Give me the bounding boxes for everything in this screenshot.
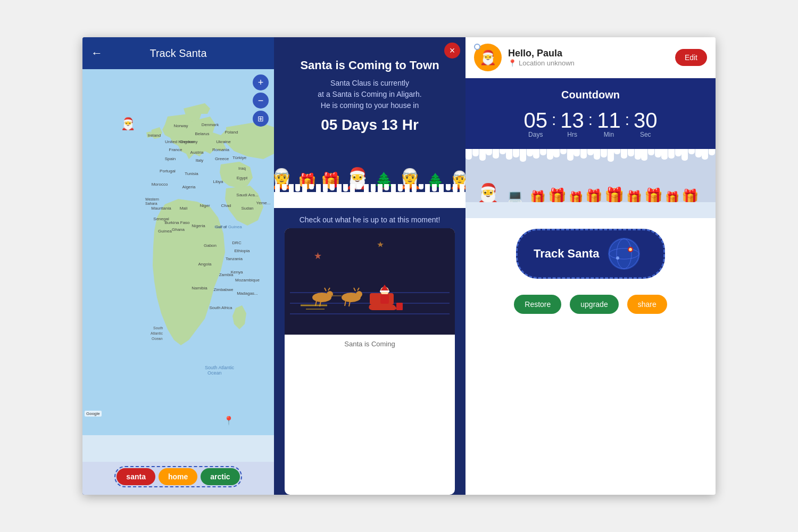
popup-title: Santa is Coming to Town (274, 37, 466, 78)
map-controls: + − ⊞ (253, 74, 269, 127)
nav-buttons-container: santa home arctic (114, 466, 242, 487)
svg-text:Chad: Chad (221, 203, 231, 208)
svg-text:Greece: Greece (215, 156, 229, 161)
svg-text:Sahara: Sahara (145, 202, 157, 205)
svg-text:South: South (153, 326, 163, 330)
sec-unit: 30 Sec (634, 110, 658, 138)
svg-text:South Africa: South Africa (209, 305, 232, 310)
svg-text:Norway: Norway (173, 123, 188, 128)
scene-snow (466, 202, 716, 218)
track-santa-label: Track Santa (534, 247, 600, 261)
svg-rect-60 (290, 303, 450, 304)
sec-value: 30 (634, 110, 658, 131)
svg-text:Burkina Faso: Burkina Faso (164, 220, 190, 225)
countdown-title: Countdown (476, 89, 705, 101)
svg-point-88 (616, 256, 619, 260)
track-santa-container: Track Santa (466, 218, 716, 289)
svg-rect-62 (396, 303, 403, 310)
map-snow-shelf (82, 435, 274, 462)
online-indicator (474, 44, 480, 50)
min-value: 11 (597, 110, 621, 131)
popup-subtitle: Santa Claus is currently at a Santa is C… (274, 78, 466, 111)
popup-panel: × Santa is Coming to Town Santa Claus is… (274, 37, 466, 495)
restore-button[interactable]: Restore (514, 295, 561, 314)
days-unit: 05 Days (523, 110, 547, 138)
zoom-out-button[interactable]: − (253, 93, 269, 109)
zoom-in-button[interactable]: + (253, 74, 269, 90)
hrs-unit: 13 Hrs (560, 110, 584, 138)
svg-text:Tanzania: Tanzania (226, 256, 243, 261)
svg-text:Gabon: Gabon (204, 243, 217, 248)
countdown-section: Countdown 05 Days : 13 Hrs : 11 Min : (466, 78, 716, 149)
svg-text:Denmark: Denmark (202, 122, 219, 127)
popup-activity-label: Check out what he is up to at this momen… (274, 208, 466, 228)
svg-text:Guinea: Guinea (158, 229, 172, 234)
svg-text:Austria: Austria (190, 150, 204, 155)
map-panel: ← Track Santa (82, 37, 274, 495)
track-santa-button[interactable]: Track Santa (516, 229, 665, 279)
svg-text:Iraq: Iraq (238, 166, 246, 171)
svg-text:Madagas...: Madagas... (237, 291, 258, 296)
profile-name: Hello, Paula (508, 48, 575, 59)
svg-text:Portugal: Portugal (160, 169, 176, 173)
svg-text:Mozambique: Mozambique (235, 278, 260, 282)
svg-rect-61 (290, 313, 450, 314)
svg-text:Ocean: Ocean (207, 370, 222, 376)
svg-text:Poland: Poland (225, 130, 238, 135)
home-nav-button[interactable]: home (159, 468, 197, 485)
profile-panel: 🎅 Hello, Paula 📍 Location unknown Edit C… (466, 37, 716, 495)
popup-close-button[interactable]: × (444, 43, 460, 59)
separator-1: : (552, 111, 556, 129)
action-buttons: Restore upgrade share (466, 289, 716, 319)
edit-profile-button[interactable]: Edit (675, 49, 707, 66)
svg-text:Libya: Libya (213, 179, 223, 184)
svg-point-64 (327, 291, 333, 297)
sec-label: Sec (634, 131, 658, 138)
santa-nav-button[interactable]: santa (117, 468, 155, 485)
share-button[interactable]: share (627, 295, 667, 314)
svg-text:Zimbabwe: Zimbabwe (214, 287, 234, 292)
svg-text:France: France (169, 147, 182, 152)
svg-text:Belarus: Belarus (195, 131, 209, 136)
back-button[interactable]: ← (91, 46, 103, 60)
svg-text:Ocean: Ocean (152, 337, 163, 340)
map-view: Norway Denmark Ireland United Kingdom Be… (82, 69, 274, 462)
popup-activity-box: Santa is Coming (285, 228, 455, 495)
svg-text:Morocco: Morocco (152, 182, 168, 187)
days-value: 05 (523, 110, 547, 131)
hrs-label: Hrs (560, 131, 584, 138)
arctic-nav-button[interactable]: arctic (201, 468, 239, 485)
separator-3: : (625, 111, 629, 129)
scene-icicles (466, 149, 716, 162)
profile-header: 🎅 Hello, Paula 📍 Location unknown Edit (466, 37, 716, 78)
svg-text:DRC: DRC (232, 240, 242, 245)
svg-text:Namibia: Namibia (192, 286, 207, 290)
svg-rect-56 (285, 228, 455, 335)
upgrade-button[interactable]: upgrade (570, 295, 618, 314)
location-icon: 📍 (508, 59, 517, 67)
layers-button[interactable]: ⊞ (253, 111, 269, 127)
svg-text:Western: Western (145, 197, 159, 201)
svg-text:Gulf of Guinea: Gulf of Guinea (214, 225, 242, 229)
svg-text:Algeria: Algeria (182, 185, 196, 189)
svg-point-70 (356, 291, 362, 297)
svg-rect-59 (290, 292, 450, 293)
svg-text:Ghana: Ghana (172, 227, 185, 232)
svg-text:Niger: Niger (200, 203, 210, 208)
min-unit: 11 Min (597, 110, 621, 138)
map-background: Norway Denmark Ireland United Kingdom Be… (82, 69, 274, 462)
avatar-container: 🎅 (474, 44, 502, 71)
profile-scene: 🎅 💻 🎁 🎁 🎁 🎁 🎁 🎁 🎁 🎁 🎁 (466, 149, 716, 218)
min-label: Min (597, 131, 621, 138)
scene-santa: 🎅 (476, 182, 500, 205)
svg-text:Romania: Romania (212, 147, 230, 152)
svg-text:Mauritania: Mauritania (151, 206, 171, 211)
svg-text:Yeme...: Yeme... (256, 201, 271, 205)
svg-text:Ukraine: Ukraine (216, 139, 231, 144)
svg-text:Germany: Germany (180, 139, 198, 144)
track-santa-globe-icon (608, 238, 640, 270)
svg-text:Tunisia: Tunisia (185, 171, 198, 176)
days-label: Days (523, 131, 547, 138)
svg-text:Italy: Italy (196, 158, 204, 163)
svg-text:Egypt: Egypt (237, 176, 248, 180)
